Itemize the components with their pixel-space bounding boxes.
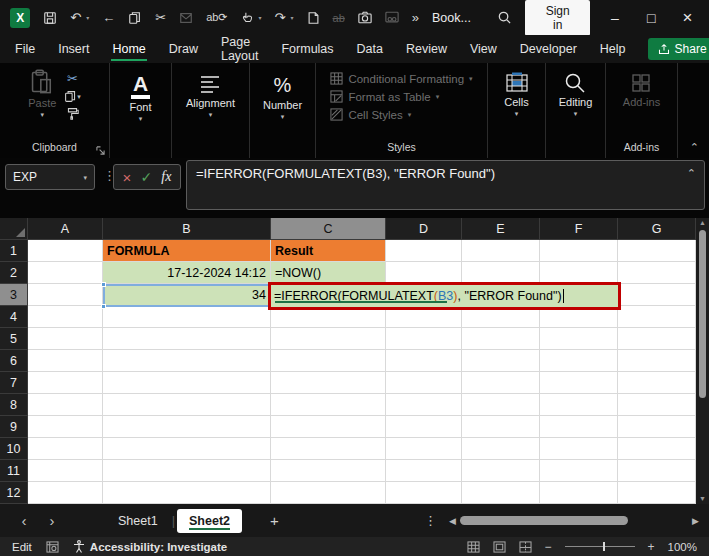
clipboard-dialog-launcher-icon[interactable] (96, 146, 105, 155)
row-header-3[interactable]: 3 (0, 284, 28, 306)
format-as-table-button[interactable]: Format as Table ▾ (330, 90, 439, 103)
copy-button[interactable]: ▾ (64, 90, 81, 103)
tab-sheet2[interactable]: Sheet2 (177, 509, 242, 533)
cell-c7[interactable] (271, 372, 386, 394)
cell-e9[interactable] (462, 416, 540, 438)
sheet-options-icon[interactable]: ⋮ (412, 513, 449, 528)
cell-b9[interactable] (103, 416, 271, 438)
cell-e8[interactable] (462, 394, 540, 416)
zoom-slider[interactable] (565, 546, 635, 547)
name-box[interactable]: EXP ▾ (5, 164, 95, 190)
cell-g4[interactable] (618, 306, 696, 328)
cell-d6[interactable] (386, 350, 462, 372)
vertical-scrollbar[interactable]: ▲ ▼ (696, 218, 709, 504)
cell-a3[interactable] (28, 284, 103, 306)
copy-icon[interactable] (128, 11, 142, 25)
cell-g6[interactable] (618, 350, 696, 372)
search-icon[interactable] (497, 10, 512, 25)
cell-f2[interactable] (540, 262, 618, 284)
column-header-d[interactable]: D (386, 218, 462, 240)
cell-b2[interactable]: 17-12-2024 14:12 (103, 262, 271, 284)
cell-f6[interactable] (540, 350, 618, 372)
macro-record-icon[interactable] (46, 541, 59, 553)
cell-d10[interactable] (386, 438, 462, 460)
column-header-e[interactable]: E (462, 218, 540, 240)
cell-g2[interactable] (618, 262, 696, 284)
tab-view[interactable]: View (469, 37, 498, 61)
zoom-out-button[interactable]: − (545, 540, 552, 554)
back-arrow-icon[interactable]: ← (102, 10, 115, 25)
column-header-b[interactable]: B (103, 218, 271, 240)
cell-f12[interactable] (540, 482, 618, 504)
cell-a1[interactable] (28, 240, 103, 262)
cell-c2[interactable]: =NOW() (271, 262, 386, 284)
cell-e2[interactable] (462, 262, 540, 284)
cell-c12[interactable] (271, 482, 386, 504)
cell-d12[interactable] (386, 482, 462, 504)
prev-sheet-icon[interactable]: ‹ (10, 512, 38, 529)
share-button[interactable]: Share ▾ (648, 38, 709, 60)
cell-g12[interactable] (618, 482, 696, 504)
redo-icon[interactable]: ↷ (275, 10, 286, 25)
excel-logo-icon[interactable]: X (10, 8, 30, 28)
minimize-button[interactable]: – (603, 10, 626, 26)
cell-g3[interactable] (618, 284, 696, 306)
save-icon[interactable] (43, 11, 57, 25)
zoom-level[interactable]: 100% (668, 541, 697, 553)
cut-icon[interactable]: ✂ (155, 10, 166, 25)
cell-c1[interactable]: Result (271, 240, 386, 262)
cell-g5[interactable] (618, 328, 696, 350)
cell-e12[interactable] (462, 482, 540, 504)
format-painter-button[interactable] (64, 107, 81, 120)
undo-chevron-icon[interactable]: ▾ (86, 14, 89, 21)
name-box-chevron-icon[interactable]: ▾ (83, 174, 87, 181)
cell-b5[interactable] (103, 328, 271, 350)
tab-data[interactable]: Data (356, 37, 384, 61)
cell-g1[interactable] (618, 240, 696, 262)
replace-icon[interactable]: ab⟳ (206, 11, 227, 24)
camera-icon[interactable] (358, 11, 372, 24)
next-sheet-icon[interactable]: › (38, 512, 66, 529)
horizontal-scrollbar-track[interactable] (460, 516, 688, 526)
cell-styles-button[interactable]: Cell Styles ▾ (330, 108, 411, 121)
cell-e11[interactable] (462, 460, 540, 482)
tab-file[interactable]: File (14, 37, 36, 61)
cell-f9[interactable] (540, 416, 618, 438)
tab-review[interactable]: Review (405, 37, 448, 61)
cell-b3[interactable]: 34 (103, 284, 271, 306)
cell-b10[interactable] (103, 438, 271, 460)
add-sheet-button[interactable]: + (270, 512, 279, 529)
cell-e1[interactable] (462, 240, 540, 262)
row-header-10[interactable]: 10 (0, 438, 28, 460)
cell-e7[interactable] (462, 372, 540, 394)
cut-button[interactable]: ✂ (64, 71, 81, 86)
cell-a6[interactable] (28, 350, 103, 372)
cell-b4[interactable] (103, 306, 271, 328)
cell-g11[interactable] (618, 460, 696, 482)
editing-button[interactable]: Editing ▾ (559, 72, 593, 117)
scroll-down-icon[interactable]: ▼ (699, 494, 706, 504)
row-header-5[interactable]: 5 (0, 328, 28, 350)
new-file-icon[interactable] (307, 11, 320, 25)
row-header-2[interactable]: 2 (0, 262, 28, 284)
column-header-g[interactable]: G (618, 218, 696, 240)
cell-c8[interactable] (271, 394, 386, 416)
tab-developer[interactable]: Developer (519, 37, 578, 61)
row-header-8[interactable]: 8 (0, 394, 28, 416)
row-header-9[interactable]: 9 (0, 416, 28, 438)
cell-d9[interactable] (386, 416, 462, 438)
touch-mode-chevron-icon[interactable]: ▾ (259, 14, 262, 21)
cell-c3-formula[interactable]: =IFERROR(FORMULATEXT(B3), "ERROR Found") (271, 289, 564, 304)
cell-d5[interactable] (386, 328, 462, 350)
alignment-button[interactable]: Alignment ▾ (186, 73, 235, 118)
cell-a11[interactable] (28, 460, 103, 482)
tab-sheet1[interactable]: Sheet1 (106, 509, 170, 533)
close-button[interactable]: × (676, 8, 699, 28)
cell-g9[interactable] (618, 416, 696, 438)
cell-a7[interactable] (28, 372, 103, 394)
tab-draw[interactable]: Draw (168, 37, 199, 61)
cell-g7[interactable] (618, 372, 696, 394)
scroll-right-icon[interactable]: ▶ (692, 516, 699, 526)
row-header-6[interactable]: 6 (0, 350, 28, 372)
zoom-slider-thumb[interactable] (603, 542, 605, 551)
